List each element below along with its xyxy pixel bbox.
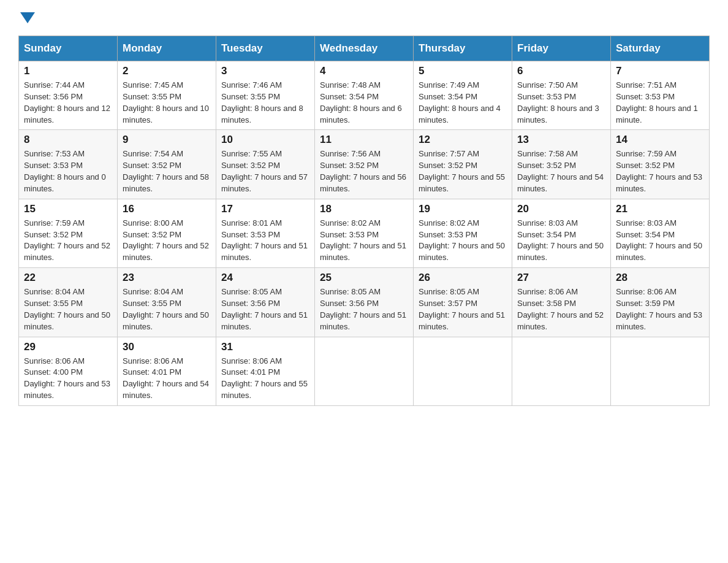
calendar-cell: 30Sunrise: 8:06 AMSunset: 4:01 PMDayligh… — [118, 337, 216, 405]
header-row: SundayMondayTuesdayWednesdayThursdayFrid… — [19, 36, 710, 61]
day-info: Sunrise: 8:00 AMSunset: 3:52 PMDaylight:… — [123, 218, 211, 264]
calendar-cell: 21Sunrise: 8:03 AMSunset: 3:54 PMDayligh… — [611, 199, 710, 267]
logo-triangle-icon — [20, 12, 35, 23]
day-number: 27 — [517, 272, 605, 284]
calendar-cell: 25Sunrise: 8:05 AMSunset: 3:56 PMDayligh… — [315, 268, 414, 337]
day-number: 11 — [320, 134, 408, 146]
calendar-cell: 14Sunrise: 7:59 AMSunset: 3:52 PMDayligh… — [611, 130, 710, 199]
day-info: Sunrise: 8:06 AMSunset: 4:00 PMDaylight:… — [24, 356, 112, 402]
day-number: 29 — [24, 341, 112, 353]
day-number: 20 — [517, 203, 605, 215]
day-info: Sunrise: 7:57 AMSunset: 3:52 PMDaylight:… — [419, 148, 507, 194]
day-number: 21 — [616, 203, 704, 215]
header-saturday: Saturday — [611, 36, 710, 61]
day-number: 14 — [616, 134, 704, 146]
calendar-cell: 8Sunrise: 7:53 AMSunset: 3:53 PMDaylight… — [19, 130, 118, 199]
calendar-cell: 3Sunrise: 7:46 AMSunset: 3:55 PMDaylight… — [216, 61, 315, 130]
calendar-cell: 13Sunrise: 7:58 AMSunset: 3:52 PMDayligh… — [512, 130, 611, 199]
calendar-cell: 18Sunrise: 8:02 AMSunset: 3:53 PMDayligh… — [315, 199, 414, 267]
calendar-cell: 17Sunrise: 8:01 AMSunset: 3:53 PMDayligh… — [216, 199, 315, 267]
day-info: Sunrise: 7:44 AMSunset: 3:56 PMDaylight:… — [24, 80, 112, 126]
calendar-header: SundayMondayTuesdayWednesdayThursdayFrid… — [19, 36, 710, 61]
day-number: 13 — [517, 134, 605, 146]
header-thursday: Thursday — [414, 36, 512, 61]
day-number: 6 — [517, 65, 605, 77]
day-number: 9 — [123, 134, 211, 146]
day-info: Sunrise: 7:59 AMSunset: 3:52 PMDaylight:… — [616, 148, 704, 194]
day-number: 2 — [123, 65, 211, 77]
calendar-cell — [414, 337, 512, 405]
calendar-cell: 4Sunrise: 7:48 AMSunset: 3:54 PMDaylight… — [315, 61, 414, 130]
week-row-4: 22Sunrise: 8:04 AMSunset: 3:55 PMDayligh… — [19, 268, 710, 337]
calendar-cell — [315, 337, 414, 405]
day-number: 10 — [221, 134, 309, 146]
day-info: Sunrise: 8:05 AMSunset: 3:56 PMDaylight:… — [320, 286, 408, 332]
day-number: 28 — [616, 272, 704, 284]
day-info: Sunrise: 7:56 AMSunset: 3:52 PMDaylight:… — [320, 148, 408, 194]
day-number: 31 — [221, 341, 309, 353]
day-number: 23 — [123, 272, 211, 284]
day-info: Sunrise: 8:06 AMSunset: 4:01 PMDaylight:… — [221, 356, 309, 402]
day-info: Sunrise: 8:06 AMSunset: 3:58 PMDaylight:… — [517, 286, 605, 332]
page-header — [18, 12, 710, 25]
week-row-1: 1Sunrise: 7:44 AMSunset: 3:56 PMDaylight… — [19, 61, 710, 130]
week-row-2: 8Sunrise: 7:53 AMSunset: 3:53 PMDaylight… — [19, 130, 710, 199]
header-monday: Monday — [118, 36, 216, 61]
calendar-cell: 20Sunrise: 8:03 AMSunset: 3:54 PMDayligh… — [512, 199, 611, 267]
header-tuesday: Tuesday — [216, 36, 315, 61]
day-number: 19 — [419, 203, 507, 215]
day-info: Sunrise: 8:05 AMSunset: 3:56 PMDaylight:… — [221, 286, 309, 332]
day-number: 7 — [616, 65, 704, 77]
day-number: 22 — [24, 272, 112, 284]
week-row-3: 15Sunrise: 7:59 AMSunset: 3:52 PMDayligh… — [19, 199, 710, 267]
day-number: 8 — [24, 134, 112, 146]
calendar-cell: 23Sunrise: 8:04 AMSunset: 3:55 PMDayligh… — [118, 268, 216, 337]
day-info: Sunrise: 8:04 AMSunset: 3:55 PMDaylight:… — [24, 286, 112, 332]
day-number: 16 — [123, 203, 211, 215]
calendar-cell: 5Sunrise: 7:49 AMSunset: 3:54 PMDaylight… — [414, 61, 512, 130]
calendar-cell: 22Sunrise: 8:04 AMSunset: 3:55 PMDayligh… — [19, 268, 118, 337]
calendar-cell: 2Sunrise: 7:45 AMSunset: 3:55 PMDaylight… — [118, 61, 216, 130]
day-info: Sunrise: 8:03 AMSunset: 3:54 PMDaylight:… — [517, 218, 605, 264]
header-sunday: Sunday — [19, 36, 118, 61]
day-info: Sunrise: 8:03 AMSunset: 3:54 PMDaylight:… — [616, 218, 704, 264]
day-number: 5 — [419, 65, 507, 77]
day-info: Sunrise: 7:55 AMSunset: 3:52 PMDaylight:… — [221, 148, 309, 194]
day-info: Sunrise: 8:02 AMSunset: 3:53 PMDaylight:… — [419, 218, 507, 264]
calendar-cell: 10Sunrise: 7:55 AMSunset: 3:52 PMDayligh… — [216, 130, 315, 199]
calendar-cell: 28Sunrise: 8:06 AMSunset: 3:59 PMDayligh… — [611, 268, 710, 337]
calendar-cell: 31Sunrise: 8:06 AMSunset: 4:01 PMDayligh… — [216, 337, 315, 405]
day-info: Sunrise: 7:51 AMSunset: 3:53 PMDaylight:… — [616, 80, 704, 126]
logo-blue-text — [18, 12, 35, 25]
day-number: 30 — [123, 341, 211, 353]
calendar-cell — [611, 337, 710, 405]
day-number: 12 — [419, 134, 507, 146]
day-number: 26 — [419, 272, 507, 284]
day-number: 4 — [320, 65, 408, 77]
day-number: 17 — [221, 203, 309, 215]
calendar-cell: 9Sunrise: 7:54 AMSunset: 3:52 PMDaylight… — [118, 130, 216, 199]
day-info: Sunrise: 8:01 AMSunset: 3:53 PMDaylight:… — [221, 218, 309, 264]
calendar-cell: 27Sunrise: 8:06 AMSunset: 3:58 PMDayligh… — [512, 268, 611, 337]
day-info: Sunrise: 7:54 AMSunset: 3:52 PMDaylight:… — [123, 148, 211, 194]
calendar-cell: 24Sunrise: 8:05 AMSunset: 3:56 PMDayligh… — [216, 268, 315, 337]
calendar-cell: 26Sunrise: 8:05 AMSunset: 3:57 PMDayligh… — [414, 268, 512, 337]
calendar-cell — [512, 337, 611, 405]
day-number: 3 — [221, 65, 309, 77]
day-info: Sunrise: 8:04 AMSunset: 3:55 PMDaylight:… — [123, 286, 211, 332]
day-number: 15 — [24, 203, 112, 215]
day-info: Sunrise: 7:58 AMSunset: 3:52 PMDaylight:… — [517, 148, 605, 194]
day-number: 18 — [320, 203, 408, 215]
day-info: Sunrise: 8:05 AMSunset: 3:57 PMDaylight:… — [419, 286, 507, 332]
day-info: Sunrise: 7:46 AMSunset: 3:55 PMDaylight:… — [221, 80, 309, 126]
day-number: 1 — [24, 65, 112, 77]
day-info: Sunrise: 8:06 AMSunset: 4:01 PMDaylight:… — [123, 356, 211, 402]
calendar-cell: 12Sunrise: 7:57 AMSunset: 3:52 PMDayligh… — [414, 130, 512, 199]
day-info: Sunrise: 7:49 AMSunset: 3:54 PMDaylight:… — [419, 80, 507, 126]
day-info: Sunrise: 8:02 AMSunset: 3:53 PMDaylight:… — [320, 218, 408, 264]
calendar-cell: 7Sunrise: 7:51 AMSunset: 3:53 PMDaylight… — [611, 61, 710, 130]
calendar-cell: 29Sunrise: 8:06 AMSunset: 4:00 PMDayligh… — [19, 337, 118, 405]
day-info: Sunrise: 7:45 AMSunset: 3:55 PMDaylight:… — [123, 80, 211, 126]
calendar-table: SundayMondayTuesdayWednesdayThursdayFrid… — [18, 36, 710, 406]
day-info: Sunrise: 8:06 AMSunset: 3:59 PMDaylight:… — [616, 286, 704, 332]
